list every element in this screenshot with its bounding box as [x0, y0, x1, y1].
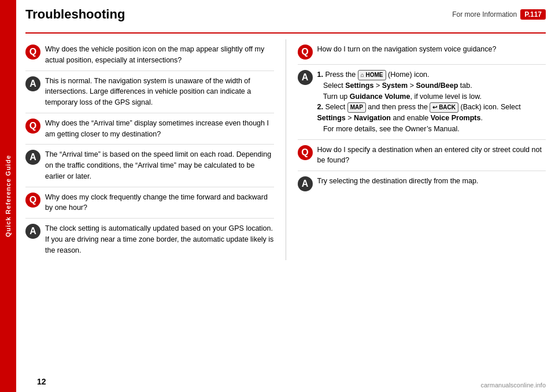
qa-row: A Try selecting the destination directly…: [298, 171, 546, 196]
header-divider: [25, 32, 546, 34]
qa-row: Q Why does the vehicle position icon on …: [25, 39, 274, 71]
qa-row: Q Why does my clock frequently change th…: [25, 187, 274, 219]
qa-text: Why does the vehicle position icon on th…: [45, 44, 274, 66]
content-columns: Q Why does the vehicle position icon on …: [25, 39, 546, 260]
a-icon: A: [298, 70, 313, 85]
q-icon: Q: [298, 145, 313, 160]
a-icon: A: [298, 176, 313, 191]
main-content: Troubleshooting For more Information P.1…: [16, 0, 555, 392]
qa-text: Why does the “Arrival time” display some…: [45, 118, 274, 140]
qa-row: A The “Arrival time” is based on the spe…: [25, 145, 274, 187]
qa-text: The clock setting is automatically updat…: [45, 223, 274, 256]
back-icon-box: ↩ BACK: [430, 102, 458, 113]
q-icon: Q: [25, 45, 40, 60]
qa-text: How do I specify a destination when an e…: [317, 145, 546, 167]
qa-row: Q How do I specify a destination when an…: [298, 140, 546, 172]
qa-row: A This is normal. The navigation system …: [25, 71, 274, 113]
header: Troubleshooting For more Information P.1…: [25, 7, 546, 24]
a-icon: A: [25, 76, 40, 91]
q-icon: Q: [298, 45, 313, 60]
page-badge: P.117: [520, 9, 546, 20]
for-more-info-label: For more Information: [452, 10, 517, 19]
a-icon: A: [25, 224, 40, 239]
sidebar: Quick Reference Guide: [0, 0, 16, 392]
header-info: For more Information P.117: [452, 9, 546, 20]
qa-row: A The clock setting is automatically upd…: [25, 219, 274, 260]
page-title: Troubleshooting: [25, 7, 125, 22]
a-icon: A: [25, 150, 40, 165]
qa-answer-voice: 1. Press the ⌂ HOME (Home) icon. Select …: [317, 69, 546, 135]
qa-text: Why does my clock frequently change the …: [45, 192, 274, 214]
qa-row: A 1. Press the ⌂ HOME (Home) icon. Selec…: [298, 65, 546, 140]
qa-text: This is normal. The navigation system is…: [45, 76, 274, 108]
page-number: 12: [37, 377, 46, 386]
sidebar-label: Quick Reference Guide: [5, 155, 12, 237]
home-icon-box: ⌂ HOME: [358, 70, 386, 80]
qa-text: How do I turn on the navigation system v…: [317, 44, 546, 55]
q-icon: Q: [25, 119, 40, 134]
qa-row: Q How do I turn on the navigation system…: [298, 39, 546, 65]
qa-text: The “Arrival time” is based on the speed…: [45, 149, 274, 182]
watermark: carmanualsconline.info: [480, 382, 546, 389]
q-icon: Q: [25, 193, 40, 208]
qa-row: Q Why does the “Arrival time” display so…: [25, 113, 274, 145]
qa-text: Try selecting the destination directly f…: [317, 176, 546, 187]
right-column: Q How do I turn on the navigation system…: [286, 39, 546, 260]
left-column: Q Why does the vehicle position icon on …: [25, 39, 286, 260]
map-icon-box: MAP: [347, 102, 366, 113]
